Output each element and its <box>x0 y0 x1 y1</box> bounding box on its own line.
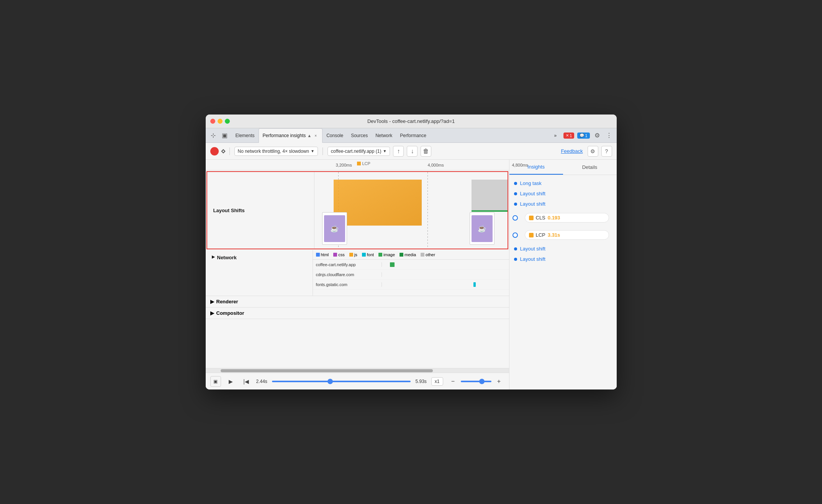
zoom-out-icon[interactable]: − <box>448 376 458 387</box>
play-button[interactable]: ▶ <box>226 376 236 387</box>
playback-speed[interactable]: x1 <box>431 377 443 386</box>
tab-performance[interactable]: Performance <box>396 128 430 143</box>
help-button[interactable]: ? <box>601 146 612 157</box>
timeline-slider-thumb[interactable] <box>327 379 333 384</box>
skip-to-start-button[interactable]: |◀ <box>241 376 252 387</box>
network-label: ▶ Network <box>206 250 313 296</box>
vline-2 <box>427 172 428 249</box>
legend-media: media <box>400 252 416 257</box>
more-tabs-button[interactable]: » <box>550 128 561 143</box>
time-ruler: 3,200ms LCP 4,000ms 4,800ms <box>206 160 509 170</box>
dot-long-task <box>514 182 517 185</box>
tab-more-area: » ✕ 1 💬 1 ⚙ ⋮ <box>550 128 614 143</box>
zoom-slider-thumb[interactable] <box>479 379 485 384</box>
throttle-dropdown-arrow: ▼ <box>311 149 314 153</box>
compositor-row[interactable]: ▶ Compositor <box>206 308 509 319</box>
network-expand-arrow[interactable]: ▶ <box>212 255 215 259</box>
tab-network[interactable]: Network <box>372 128 396 143</box>
cls-label: CLS <box>536 215 545 221</box>
link-layout-shift-2[interactable]: Layout shift <box>520 201 546 207</box>
tab-sources[interactable]: Sources <box>347 128 372 143</box>
zoom-slider[interactable] <box>461 381 491 382</box>
close-button[interactable] <box>210 119 215 124</box>
timeline-panel: 3,200ms LCP 4,000ms 4,800ms Layout Shift… <box>206 160 509 389</box>
legend-font: font <box>362 252 374 257</box>
renderer-expand-arrow[interactable]: ▶ <box>210 299 214 304</box>
lcp-square-icon <box>529 233 534 237</box>
devtools-window: DevTools - coffee-cart.netlify.app/?ad=1… <box>206 115 617 389</box>
layout-shift-thumb-2[interactable]: ☕ <box>470 212 495 245</box>
titlebar: DevTools - coffee-cart.netlify.app/?ad=1 <box>206 115 617 128</box>
legend-other: other <box>421 252 435 257</box>
time-marker-2: 4,000ms <box>428 163 444 167</box>
compositor-expand-arrow[interactable]: ▶ <box>210 310 214 316</box>
lcp-node: LCP 3.31s <box>509 226 617 244</box>
cls-node: CLS 0.193 <box>509 209 617 226</box>
main-content: 3,200ms LCP 4,000ms 4,800ms Layout Shift… <box>206 160 617 389</box>
throttle-dropdown[interactable]: No network throttling, 4× slowdown ▼ <box>234 147 318 156</box>
lcp-square-icon <box>357 162 361 165</box>
layout-shift-block-gray[interactable] <box>472 180 508 210</box>
message-badge: 💬 1 <box>577 133 589 139</box>
screenshot-button[interactable]: ▣ <box>210 376 221 387</box>
html-color-dot <box>316 253 320 257</box>
link-layout-shift-1[interactable]: Layout shift <box>520 191 546 196</box>
network-row-2-bars <box>382 270 509 279</box>
toolbar: No network throttling, 4× slowdown ▼ cof… <box>206 143 617 160</box>
error-badge: ✕ 1 <box>563 133 574 139</box>
network-row-1-label: coffee-cart.netlify.app <box>313 262 382 267</box>
layout-shift-thumb-1[interactable]: ☕ <box>322 212 347 245</box>
download-button[interactable]: ↓ <box>407 146 418 157</box>
horizontal-scrollbar[interactable] <box>206 368 509 373</box>
tab-close-button[interactable]: × <box>313 133 318 138</box>
zoom-in-icon[interactable]: + <box>494 376 504 387</box>
css-color-dot <box>333 253 337 257</box>
network-legend: html css js <box>313 250 509 260</box>
lcp-node-circle <box>513 232 518 238</box>
record-button[interactable] <box>210 147 219 155</box>
renderer-row[interactable]: ▶ Renderer <box>206 296 509 308</box>
legend-image: image <box>378 252 395 257</box>
device-icon[interactable]: ▣ <box>220 131 229 140</box>
delete-button[interactable]: 🗑 <box>421 146 431 157</box>
more-options-icon[interactable]: ⋮ <box>604 130 614 141</box>
zoom-controls: − + <box>448 376 504 387</box>
link-layout-shift-4[interactable]: Layout shift <box>520 256 546 262</box>
bottom-controls: ▣ ▶ |◀ 2.44s 5.93s x1 − + <box>206 373 509 389</box>
url-dropdown[interactable]: coffee-cart.netlify.app (1) ▼ <box>327 147 390 156</box>
maximize-button[interactable] <box>225 119 230 124</box>
feedback-link[interactable]: Feedback <box>561 148 583 154</box>
cls-node-circle <box>513 215 518 221</box>
insights-tabs: Insights Details <box>509 160 617 175</box>
insight-layout-shift-1: Layout shift <box>509 188 617 199</box>
link-long-task[interactable]: Long task <box>520 180 542 186</box>
tabbar: ⊹ ▣ Elements Performance insights ▲ × Co… <box>206 128 617 143</box>
minimize-button[interactable] <box>218 119 223 124</box>
dot-layout-shift-4 <box>514 258 517 261</box>
js-color-dot <box>349 253 353 257</box>
tracks-area: Layout Shifts ☕ <box>206 170 509 368</box>
dropdown-arrow[interactable] <box>221 149 225 153</box>
tab-performance-insights[interactable]: Performance insights ▲ × <box>259 128 323 143</box>
insights-panel: Insights Details Long task Layout shift <box>509 160 617 389</box>
network-row-1-bars <box>382 260 509 269</box>
link-layout-shift-3[interactable]: Layout shift <box>520 246 546 252</box>
tab-elements[interactable]: Elements <box>232 128 259 143</box>
time-marker-3: 4,800ms <box>512 163 528 167</box>
network-rows: coffee-cart.netlify.app cdnjs.cloudflare… <box>313 260 509 290</box>
insight-long-task: Long task <box>509 178 617 188</box>
settings-button[interactable]: ⚙ <box>588 146 598 157</box>
url-dropdown-arrow: ▼ <box>383 149 386 153</box>
upload-button[interactable]: ↑ <box>393 146 404 157</box>
tab-details[interactable]: Details <box>563 160 617 175</box>
tab-insights[interactable]: Insights <box>509 160 563 175</box>
font-color-dot <box>362 253 366 257</box>
insight-layout-shift-3: Layout shift <box>509 244 617 254</box>
tab-console[interactable]: Console <box>323 128 347 143</box>
h-scroll-thumb[interactable] <box>221 369 433 372</box>
timeline-slider[interactable] <box>272 381 411 382</box>
layout-shifts-content: ☕ ☕ <box>314 172 508 249</box>
network-row-2: cdnjs.cloudflare.com <box>313 270 509 280</box>
cursor-icon[interactable]: ⊹ <box>209 131 218 140</box>
settings-icon[interactable]: ⚙ <box>593 130 601 141</box>
